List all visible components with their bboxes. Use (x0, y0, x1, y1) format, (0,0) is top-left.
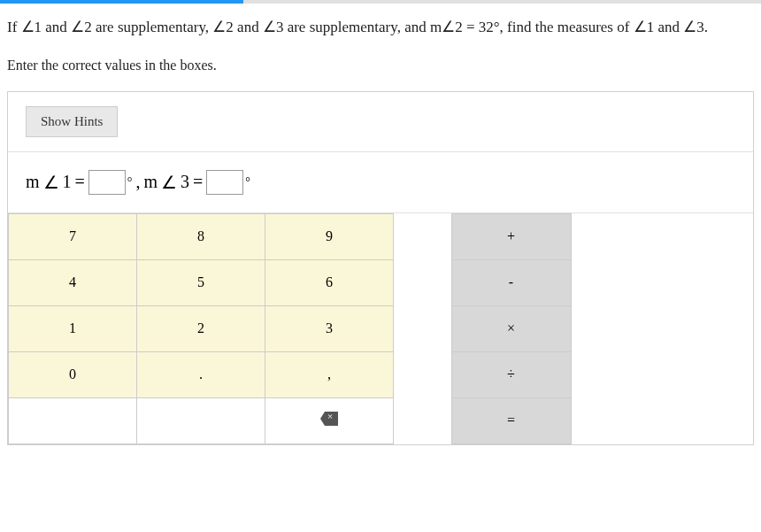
key-9[interactable]: 9 (265, 213, 394, 259)
text: and (654, 19, 683, 35)
text: are supplementary, and (283, 19, 430, 35)
text: ° (127, 175, 133, 189)
text: 1 (647, 19, 655, 35)
key-4[interactable]: 4 (9, 259, 137, 305)
hints-section: Show Hints (8, 92, 753, 152)
progress-bar (0, 0, 761, 4)
angle-1-input[interactable] (88, 170, 126, 195)
key-multiply[interactable]: × (451, 305, 571, 351)
text: , find the measures of (500, 19, 634, 35)
text: m (26, 172, 40, 192)
angle-icon: ∠ (683, 19, 696, 35)
text: and (42, 19, 71, 35)
text: = (463, 19, 479, 35)
question-text: If ∠1 and ∠2 are supplementary, ∠2 and ∠… (7, 14, 754, 42)
angle-icon: ∠ (212, 19, 226, 35)
angle-icon: ∠ (442, 19, 455, 35)
text: , (135, 172, 140, 192)
text: 1 (35, 19, 42, 35)
keypad: 7 8 9 4 5 6 1 2 3 0 . , (8, 213, 753, 444)
angle-icon: ∠ (21, 19, 35, 35)
text: ° (494, 19, 500, 35)
key-5[interactable]: 5 (137, 259, 265, 305)
number-pad: 7 8 9 4 5 6 1 2 3 0 . , (8, 213, 394, 444)
angle-icon: ∠ (263, 19, 276, 35)
key-2[interactable]: 2 (137, 305, 265, 351)
text: 3 (181, 172, 189, 192)
gap (394, 305, 451, 351)
text: . (704, 19, 708, 35)
text: 32 (479, 19, 494, 35)
text: 2 (84, 19, 92, 35)
answer-panel: Show Hints m∠1 = °, m∠3 = ° 7 8 9 4 5 6 (7, 91, 754, 445)
text: = (193, 172, 203, 192)
text: ° (245, 175, 250, 189)
gap (394, 213, 451, 259)
text: and (234, 19, 263, 35)
angle-icon: ∠ (161, 172, 177, 193)
text: 2 (226, 19, 234, 35)
key-0[interactable]: 0 (9, 351, 137, 397)
answer-expression: m∠1 = °, m∠3 = ° (8, 152, 753, 213)
text: are supplementary, (92, 19, 213, 35)
text: 3 (696, 19, 704, 35)
key-equals[interactable]: = (451, 397, 571, 443)
key-6[interactable]: 6 (265, 259, 394, 305)
angle-icon: ∠ (43, 172, 59, 193)
key-1[interactable]: 1 (9, 305, 137, 351)
text: = (75, 172, 85, 192)
key-divide[interactable]: ÷ (451, 351, 571, 397)
text: If (7, 19, 21, 35)
operator-pad: + - × ÷ = (394, 213, 572, 444)
key-minus[interactable]: - (451, 259, 571, 305)
angle-icon: ∠ (71, 19, 84, 35)
key-backspace[interactable] (265, 397, 394, 443)
key-3[interactable]: 3 (265, 305, 394, 351)
text: 1 (63, 172, 72, 192)
key-dot[interactable]: . (137, 351, 265, 397)
text: 2 (455, 19, 463, 35)
backspace-icon (320, 412, 338, 426)
show-hints-button[interactable]: Show Hints (26, 106, 118, 137)
text: m (143, 172, 158, 192)
gap (394, 259, 451, 305)
gap (394, 351, 451, 397)
angle-icon: ∠ (634, 19, 647, 35)
empty-cell (9, 397, 137, 443)
gap (394, 397, 451, 443)
key-7[interactable]: 7 (9, 213, 137, 259)
text: m (430, 19, 442, 35)
key-plus[interactable]: + (451, 213, 571, 259)
empty-cell (137, 397, 265, 443)
instruction-text: Enter the correct values in the boxes. (7, 58, 754, 73)
progress-fill (0, 0, 243, 4)
key-comma[interactable]: , (265, 351, 394, 397)
angle-3-input[interactable] (206, 170, 243, 195)
key-8[interactable]: 8 (137, 213, 265, 259)
